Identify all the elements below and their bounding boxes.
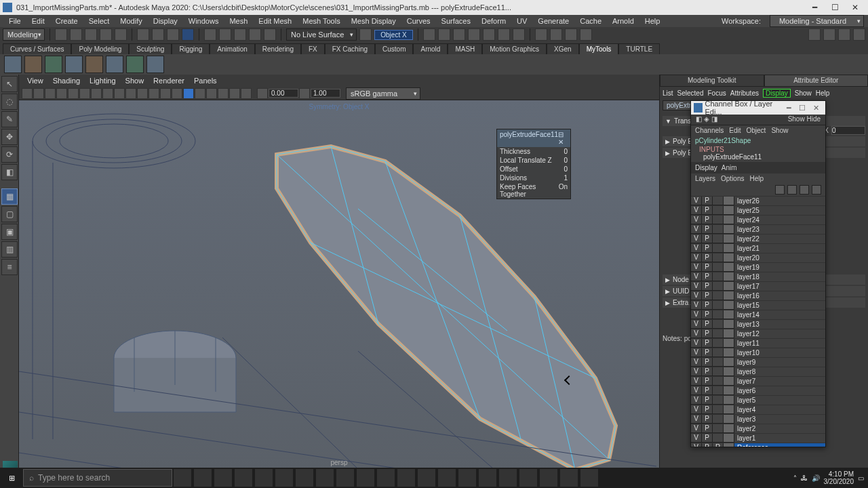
cbw-anim-tab[interactable]: Anim	[722, 164, 737, 171]
pi-shade-icon[interactable]	[102, 88, 113, 99]
pi-wire-icon[interactable]	[114, 88, 125, 99]
tray-volume-icon[interactable]: 🔊	[812, 474, 820, 482]
layer-row[interactable]: VPlayer25	[691, 205, 825, 215]
ae-menu-help[interactable]: Help	[816, 89, 830, 97]
shelf-item-1[interactable]	[4, 56, 22, 73]
menu-mesh[interactable]: Mesh	[224, 17, 252, 25]
layer-row[interactable]: VPlayer1	[691, 433, 825, 443]
panel-layout-2[interactable]	[550, 28, 562, 41]
ae-menu-list[interactable]: List	[663, 89, 673, 97]
shelf-item-5[interactable]	[85, 56, 103, 73]
close-button[interactable]: ✕	[845, 0, 865, 15]
shelf-tab-poly[interactable]: Poly Modeling	[71, 43, 129, 54]
layer-new-icon[interactable]	[775, 185, 785, 195]
cbw-display-tab[interactable]: Display	[695, 164, 717, 171]
snap-grid-icon[interactable]	[204, 28, 216, 41]
layer-down-icon[interactable]	[800, 185, 809, 195]
layer-row[interactable]: VPlayer5	[691, 395, 825, 405]
layer-up-icon[interactable]	[787, 185, 797, 195]
panel-layout-3[interactable]	[565, 28, 577, 41]
undo-icon[interactable]	[100, 28, 112, 41]
pi-film-icon[interactable]	[68, 88, 79, 99]
sym-toggle-icon[interactable]	[359, 28, 372, 41]
layer-row[interactable]: VPlayer8	[691, 367, 825, 376]
last-tool[interactable]: ▦	[1, 188, 18, 205]
tb-app-14[interactable]	[458, 469, 476, 487]
toggle-mt-icon[interactable]	[808, 28, 821, 41]
pi-view-icon[interactable]	[241, 88, 252, 99]
shelf-tab-render[interactable]: Rendering	[255, 43, 301, 54]
panel-layout-1[interactable]	[535, 28, 547, 41]
translate-x-field[interactable]	[831, 126, 865, 135]
workspace-selector[interactable]: Modeling - Standard	[770, 15, 864, 27]
hypershade-icon[interactable]	[498, 28, 510, 41]
shelf-item-3[interactable]	[45, 56, 62, 73]
viewport[interactable]: Symmetry: Object X persp polyExtrudeFace…	[19, 100, 659, 469]
layer-row[interactable]: VPlayer20	[691, 253, 825, 262]
pi-shadow-icon[interactable]	[149, 88, 159, 99]
select-tool[interactable]: ↖	[1, 76, 18, 92]
move-tool[interactable]: ✥	[1, 129, 18, 145]
shelf-tab-curves[interactable]: Curves / Surfaces	[3, 43, 71, 54]
minimize-button[interactable]: ━	[804, 0, 825, 15]
selection-mask-icon[interactable]	[182, 28, 194, 41]
pi-ao-icon[interactable]	[160, 88, 171, 99]
tray-network-icon[interactable]: 🖧	[801, 474, 808, 482]
shelf-item-6[interactable]	[106, 56, 123, 73]
layer-row[interactable]: VPlayer7	[691, 376, 825, 386]
pi-isolate-icon[interactable]	[183, 88, 194, 99]
tb-app-13[interactable]	[438, 469, 456, 487]
pi-bookmark-icon[interactable]	[33, 88, 44, 99]
scale-tool[interactable]: ◧	[1, 164, 18, 180]
layout-two[interactable]: ▥	[1, 241, 18, 258]
pi-light-icon[interactable]	[137, 88, 148, 99]
livesurface-field[interactable]: No Live Surface	[286, 28, 357, 41]
render-icon[interactable]	[438, 28, 450, 41]
menu-file[interactable]: File	[4, 17, 26, 25]
shelf-item-7[interactable]	[126, 56, 144, 73]
in-view-editor[interactable]: polyExtrudeFace11⊟ ✕ Thickness0 Local Tr…	[496, 129, 571, 199]
panel-layout-4[interactable]	[580, 28, 592, 41]
cbw-maximize[interactable]: ☐	[796, 104, 810, 113]
pi-image-icon[interactable]	[45, 88, 56, 99]
shelf-item-2[interactable]	[24, 56, 42, 73]
toggle-cb-icon[interactable]	[853, 28, 865, 41]
layer-row[interactable]: VPlayer14	[691, 310, 825, 319]
pi-res-icon[interactable]	[91, 88, 102, 99]
layer-row[interactable]: VPlayer10	[691, 348, 825, 357]
toggle-ae-icon[interactable]	[823, 28, 835, 41]
layer-row-selected[interactable]: VPRReference	[691, 443, 825, 447]
layer-row[interactable]: VPlayer4	[691, 405, 825, 414]
menu-deform[interactable]: Deform	[477, 17, 511, 25]
toggle-tool-icon[interactable]	[838, 28, 850, 41]
tb-app-18[interactable]	[540, 469, 557, 487]
cbw-help-menu[interactable]: Help	[749, 175, 764, 182]
layer-row[interactable]: VPlayer18	[691, 272, 825, 281]
layer-row[interactable]: VPlayer9	[691, 357, 825, 367]
ipm-close-icon[interactable]: ⊟ ✕	[558, 131, 568, 146]
notification-icon[interactable]: ▭	[858, 474, 864, 482]
panel-menu-shading[interactable]: Shading	[49, 77, 84, 85]
tray-overflow-icon[interactable]: ˄	[793, 474, 797, 482]
tb-app-11[interactable]	[397, 469, 415, 487]
tb-app-6[interactable]	[296, 469, 313, 487]
ae-menu-show[interactable]: Show	[795, 89, 812, 97]
menu-edit[interactable]: Edit	[27, 17, 50, 25]
layer-row[interactable]: VPlayer12	[691, 329, 825, 338]
layer-row[interactable]: VPlayer3	[691, 414, 825, 424]
pi-xrayjoint-icon[interactable]	[206, 88, 217, 99]
layer-row[interactable]: VPlayer13	[691, 319, 825, 329]
tb-app-9[interactable]	[357, 469, 374, 487]
shelf-item-4[interactable]	[65, 56, 83, 73]
taskbar-search[interactable]: ⌕ Type here to search	[23, 469, 172, 487]
snap-curve-icon[interactable]	[219, 28, 231, 41]
menu-create[interactable]: Create	[51, 17, 83, 25]
layer-row[interactable]: VPlayer15	[691, 300, 825, 310]
shelf-tab-fxcache[interactable]: FX Caching	[325, 43, 375, 54]
tb-app-1[interactable]	[194, 469, 212, 487]
shelf-tab-custom[interactable]: Custom	[375, 43, 413, 54]
tb-app-4[interactable]	[255, 469, 273, 487]
shelf-item-8[interactable]	[146, 56, 164, 73]
timerange-start[interactable]: 0.00	[269, 89, 298, 98]
menu-generate[interactable]: Generate	[533, 17, 574, 25]
